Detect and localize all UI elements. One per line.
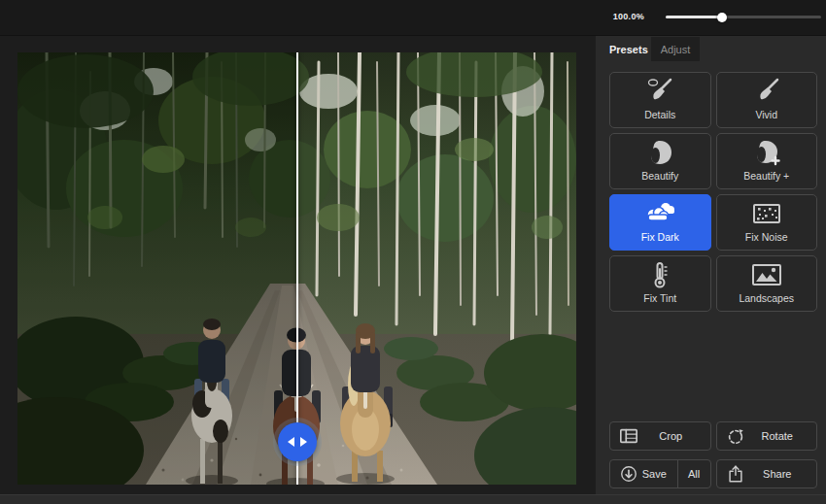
- preset-label: Vivid: [755, 109, 777, 120]
- preset-fix-dark-button[interactable]: Fix Dark: [609, 194, 711, 251]
- zoom-slider-thumb[interactable]: [717, 13, 727, 22]
- editor-canvas: [0, 36, 596, 494]
- action-buttons: Crop Rotate: [609, 421, 817, 488]
- preset-label: Fix Tint: [643, 292, 676, 304]
- preset-beautify-plus-button[interactable]: Beautify +: [716, 133, 818, 189]
- zoom-slider-fill: [666, 16, 722, 18]
- right-panel: Presets Adjust Details: [596, 36, 826, 494]
- preset-label: Fix Noise: [745, 231, 788, 243]
- crop-button[interactable]: Crop: [609, 421, 711, 451]
- preset-landscapes-button[interactable]: Landscapes: [716, 255, 818, 312]
- before-after-divider[interactable]: [296, 52, 298, 485]
- rotate-icon: [725, 426, 746, 446]
- crop-layout-icon: [618, 426, 639, 446]
- face-icon: [610, 134, 710, 170]
- photo-editor-window: 100.0%: [0, 0, 826, 504]
- preset-label: Landscapes: [739, 292, 794, 304]
- preset-details-button[interactable]: Details: [609, 72, 711, 128]
- share-label: Share: [746, 468, 809, 480]
- save-button[interactable]: Save: [610, 460, 677, 487]
- preset-beautify-button[interactable]: Beautify: [609, 133, 711, 189]
- brush-hq-icon: [610, 73, 710, 109]
- thermometer-icon: [610, 256, 710, 292]
- zoom-slider[interactable]: [666, 9, 821, 24]
- preset-label: Fix Dark: [641, 231, 679, 243]
- preset-vivid-button[interactable]: Vivid: [716, 72, 818, 128]
- landscape-icon: [717, 256, 817, 292]
- rotate-label: Rotate: [746, 430, 809, 442]
- noise-icon: [717, 195, 817, 231]
- arrow-left-icon: [288, 437, 294, 447]
- preset-label: Beautify +: [743, 170, 789, 182]
- preset-fix-noise-button[interactable]: Fix Noise: [716, 194, 818, 251]
- all-label: All: [688, 468, 700, 480]
- tab-adjust[interactable]: Adjust: [651, 37, 700, 61]
- preset-label: Beautify: [641, 170, 678, 182]
- crop-label: Crop: [639, 430, 703, 442]
- save-all-button[interactable]: All: [677, 460, 710, 487]
- clouds-icon: [610, 195, 710, 231]
- photo-preview[interactable]: [17, 52, 576, 485]
- preset-grid: Details Vivid: [609, 72, 817, 312]
- bottom-bar: [0, 494, 826, 504]
- save-label: Save: [639, 468, 670, 480]
- share-button[interactable]: Share: [716, 459, 818, 488]
- comparison-slider-handle[interactable]: [278, 422, 317, 461]
- share-icon: [725, 464, 746, 484]
- brush-icon: [717, 73, 817, 109]
- preset-fix-tint-button[interactable]: Fix Tint: [609, 255, 711, 312]
- rotate-button[interactable]: Rotate: [716, 421, 818, 451]
- face-plus-icon: [717, 134, 817, 170]
- save-download-icon: [618, 464, 639, 484]
- tab-presets[interactable]: Presets: [609, 37, 648, 61]
- zoom-level-label: 100.0%: [613, 12, 644, 21]
- save-all-button-group: Save All: [609, 459, 711, 488]
- preset-label: Details: [644, 109, 675, 120]
- top-toolbar: 100.0%: [0, 0, 826, 36]
- arrow-right-icon: [300, 437, 307, 447]
